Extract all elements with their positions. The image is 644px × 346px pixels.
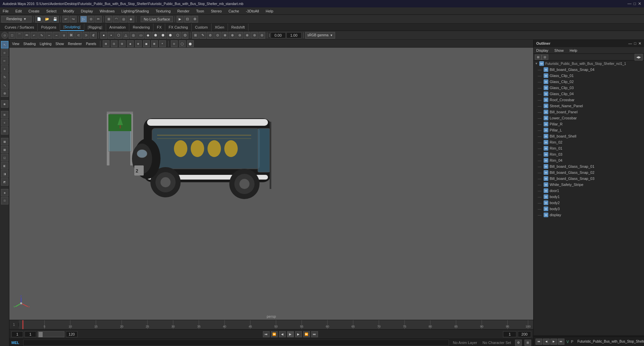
tab-fx[interactable]: FX: [153, 24, 165, 31]
outliner-item-10[interactable]: — M Pillar_L: [534, 127, 644, 133]
timeline-ruler[interactable]: 5 10 15 20 25 30 35: [19, 320, 533, 329]
close-btn[interactable]: ✕: [638, 1, 641, 6]
select-tool[interactable]: ▷: [80, 16, 87, 23]
nav-btn3[interactable]: ▶: [550, 339, 557, 345]
snap-curve[interactable]: ◠: [113, 16, 120, 23]
outliner-content[interactable]: ▼ M Futuristic_Public_Bus_with_Bus_Stop_…: [534, 61, 644, 335]
tab-curves-surfaces[interactable]: Curves / Surfaces: [1, 24, 38, 31]
menu-create[interactable]: Create: [27, 8, 41, 14]
cube-3d[interactable]: ▪: [108, 32, 114, 39]
shape8[interactable]: ⌢: [53, 32, 60, 39]
shape10[interactable]: ⌘: [68, 32, 75, 39]
outliner-item-1[interactable]: — M Glass_Clip_01: [534, 73, 644, 79]
grid-disp-btn[interactable]: ▩: [1, 146, 8, 153]
soft-select-btn[interactable]: ◉: [1, 100, 8, 108]
outliner-item-20[interactable]: — M door1: [534, 188, 644, 194]
shape30[interactable]: ⊗: [222, 32, 228, 39]
outliner-item-2[interactable]: — M Glass_Clip_02: [534, 79, 644, 85]
shape11[interactable]: ⊂: [75, 32, 82, 39]
undo-btn[interactable]: ↩: [62, 16, 69, 23]
shape7[interactable]: ⌣: [46, 32, 52, 39]
outliner-scroll-btns[interactable]: ◀▶: [635, 54, 643, 61]
outliner-item-23[interactable]: — M body3: [534, 206, 644, 212]
tab-rendering[interactable]: Rendering: [129, 24, 153, 31]
vp-btn1[interactable]: ⊞: [103, 40, 109, 47]
vp-panels-menu[interactable]: Panels: [85, 42, 98, 46]
viewport-main[interactable]: View Shading Lighting Show Renderer Pane…: [9, 40, 533, 320]
shape9[interactable]: ∪: [60, 32, 67, 39]
play-btn[interactable]: ▶: [287, 331, 294, 337]
paint-tool[interactable]: ✏: [95, 16, 102, 23]
menu-cache[interactable]: Cache: [227, 8, 240, 14]
snap-surface[interactable]: ◈: [128, 16, 134, 23]
outliner-item-6[interactable]: — M Street_Name_Panel: [534, 103, 644, 109]
display-layer-btn[interactable]: ◧: [1, 162, 8, 169]
outliner-item-17[interactable]: — M Bill_board_Glass_Snap_02: [534, 169, 644, 176]
outliner-item-4[interactable]: — M Glass_Clip_04: [534, 91, 644, 97]
menu-3dtool[interactable]: -3DtoAll: [244, 8, 260, 14]
outliner-item-18[interactable]: — M Bill_board_Glass_Snap_03: [534, 176, 644, 182]
snap-view-btn[interactable]: ▦: [1, 138, 8, 145]
torus-3d[interactable]: ◎: [130, 32, 137, 39]
sel-constraint-btn[interactable]: ◱: [1, 154, 8, 161]
tab-rigging[interactable]: [ Rigging ]: [84, 24, 106, 31]
arc-shape[interactable]: ⌒: [16, 32, 23, 39]
range-slider[interactable]: [38, 331, 64, 337]
shape27[interactable]: ✎: [199, 32, 206, 39]
current-frame-input[interactable]: [503, 331, 516, 337]
vp-shading-menu[interactable]: Shading: [22, 42, 37, 46]
minimize-btn[interactable]: —: [628, 1, 632, 6]
tab-sculpting[interactable]: [ Sculpting ]: [60, 24, 84, 31]
shape23[interactable]: ⬣: [167, 32, 174, 39]
render-settings[interactable]: ⚙: [191, 16, 198, 23]
outliner-item-8[interactable]: — M Lower_Crossbar: [534, 115, 644, 121]
status-btn2[interactable]: ⊞: [524, 340, 531, 346]
mode-dropdown[interactable]: Rendering ▼: [1, 16, 32, 23]
rotate-tool-btn[interactable]: ↻: [1, 73, 8, 81]
vp-show-menu[interactable]: Show: [54, 42, 65, 46]
tab-animation[interactable]: Animation: [106, 24, 130, 31]
frame-start-input[interactable]: [11, 331, 23, 337]
outliner-item-21[interactable]: — M body1: [534, 194, 644, 200]
shape20[interactable]: ◆: [145, 32, 151, 39]
menu-toon[interactable]: Toon: [195, 8, 205, 14]
scale-tool-btn[interactable]: ⤡: [1, 81, 8, 89]
shape24[interactable]: ⬡: [174, 32, 181, 39]
vp-btn4[interactable]: ◈: [127, 40, 134, 47]
outliner-expand-btn[interactable]: ⊞: [535, 54, 542, 60]
menu-windows[interactable]: Windows: [98, 8, 116, 14]
tab-fx-caching[interactable]: FX Caching: [165, 24, 191, 31]
vp-display2[interactable]: ◯: [179, 40, 186, 47]
shape13[interactable]: ⊄: [90, 32, 97, 39]
nav-btn2[interactable]: ◀: [543, 339, 550, 345]
outliner-help-tab[interactable]: Help: [568, 48, 579, 53]
prev-frame-btn[interactable]: ◀: [279, 331, 286, 337]
shape33[interactable]: ⊛: [244, 32, 250, 39]
outliner-item-9[interactable]: — M Pillar_R: [534, 121, 644, 127]
outliner-display-tab[interactable]: Display: [535, 48, 550, 53]
outliner-item-16[interactable]: — M Bill_board_Glass_Snap_01: [534, 163, 644, 169]
lasso-tool[interactable]: ⊙: [88, 16, 94, 23]
menu-edit[interactable]: Edit: [14, 8, 23, 14]
outliner-item-7[interactable]: — M Bill_board_Panel: [534, 109, 644, 115]
render-layer-btn[interactable]: ◨: [1, 170, 8, 178]
nav-btn4[interactable]: ⏭: [558, 339, 564, 345]
value-field2[interactable]: [286, 32, 302, 38]
vp-view-menu[interactable]: View: [11, 42, 21, 46]
tab-redshift[interactable]: Redshift: [228, 24, 248, 31]
outliner-item-13[interactable]: — M Rim_01: [534, 145, 644, 151]
attr-editor-btn[interactable]: ≡: [1, 119, 8, 126]
sphere-3d[interactable]: ●: [100, 32, 107, 39]
snap-grid[interactable]: ⊞: [105, 16, 112, 23]
vp-camera-btn[interactable]: ⌖: [159, 40, 166, 47]
vp-btn5[interactable]: ⊕: [135, 40, 142, 47]
outliner-item-11[interactable]: — M Bill_board_Shell: [534, 133, 644, 139]
plane-3d[interactable]: ▭: [137, 32, 144, 39]
save-btn[interactable]: 💾: [51, 16, 59, 23]
new-btn[interactable]: 📄: [35, 16, 43, 23]
outliner-max[interactable]: □: [634, 41, 636, 46]
cylinder-3d[interactable]: ⬡: [115, 32, 122, 39]
skip-end-btn[interactable]: ⏭: [311, 331, 318, 337]
outliner-close[interactable]: ✕: [638, 41, 641, 46]
menu-help[interactable]: Help: [264, 8, 275, 14]
